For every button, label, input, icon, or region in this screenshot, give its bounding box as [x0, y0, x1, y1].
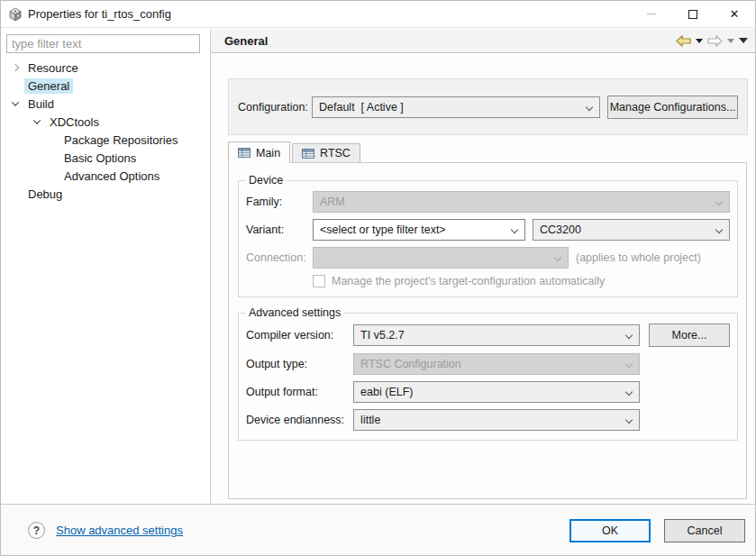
close-icon: ✕	[730, 8, 740, 20]
back-history-dropdown-icon[interactable]	[696, 39, 703, 43]
device-endianness-label: Device endianness:	[246, 414, 344, 426]
connection-note: (applies to whole project)	[576, 251, 701, 264]
tree-item-advanced-options[interactable]: Advanced Options	[1, 167, 210, 185]
device-endianness-value: little	[360, 414, 380, 426]
properties-dialog: Properties for ti_rtos_config ✕ Resource…	[0, 0, 756, 556]
configuration-section: Configuration: Default [ Active ] Manage…	[228, 78, 748, 135]
twisty-spacer	[6, 185, 24, 203]
tab-rtsc[interactable]: RTSC	[292, 143, 360, 163]
family-select: ARM	[313, 191, 730, 213]
connection-select	[313, 247, 569, 269]
tab-main[interactable]: Main	[228, 141, 290, 163]
filter-input[interactable]	[6, 34, 200, 53]
output-format-label: Output format:	[246, 386, 344, 398]
advanced-settings-legend: Advanced settings	[246, 306, 343, 319]
close-button[interactable]: ✕	[714, 1, 755, 27]
family-label: Family:	[246, 196, 304, 208]
minimize-button[interactable]	[631, 1, 672, 27]
output-format-value: eabi (ELF)	[360, 386, 413, 398]
help-glyph: ?	[33, 524, 40, 537]
page-title: General	[224, 34, 268, 48]
family-value: ARM	[320, 196, 345, 208]
tree-item-general[interactable]: General	[1, 77, 210, 95]
maximize-icon	[688, 10, 697, 19]
compiler-version-value: TI v5.2.7	[360, 329, 405, 342]
tree-item-debug[interactable]: Debug	[1, 185, 210, 203]
configuration-select[interactable]: Default [ Active ]	[312, 96, 600, 118]
device-endianness-select[interactable]: little	[353, 409, 640, 431]
chevron-down-icon	[625, 360, 633, 368]
variant-filter-combo[interactable]: <select or type filter text>	[313, 219, 525, 241]
output-type-select: RTSC Configuration	[353, 353, 640, 375]
chevron-down-icon	[715, 198, 723, 205]
back-arrow-icon[interactable]	[676, 35, 691, 47]
properties-tree: Resource General Build XDCtools Package …	[1, 59, 210, 203]
table-icon	[238, 148, 250, 158]
ok-button[interactable]: OK	[569, 519, 651, 542]
configuration-value: Default [ Active ]	[319, 101, 404, 114]
chevron-right-icon[interactable]	[6, 59, 24, 77]
help-icon[interactable]: ?	[28, 522, 45, 539]
chevron-down-icon[interactable]	[6, 95, 24, 113]
manage-configurations-button[interactable]: Manage Configurations...	[607, 96, 738, 119]
tree-item-label: Advanced Options	[60, 169, 163, 184]
variant-value: CC3200	[540, 223, 581, 236]
manage-target-config-label: Manage the project's target-configuratio…	[332, 275, 605, 287]
tree-item-build[interactable]: Build	[1, 95, 210, 113]
output-type-value: RTSC Configuration	[360, 358, 461, 370]
chevron-down-icon	[625, 332, 633, 339]
dialog-footer: ? Show advanced settings OK Cancel	[1, 504, 755, 556]
main-panel: General Configuration: Default [ Active …	[211, 29, 756, 504]
twisty-spacer	[6, 77, 24, 95]
sidebar: Resource General Build XDCtools Package …	[1, 29, 210, 504]
variant-device-select[interactable]: CC3200	[533, 219, 730, 241]
cancel-button[interactable]: Cancel	[664, 519, 745, 542]
table-icon	[302, 149, 314, 159]
tree-item-label: XDCtools	[46, 114, 103, 130]
tree-item-label: Build	[24, 96, 58, 112]
compiler-version-select[interactable]: TI v5.2.7	[353, 324, 640, 346]
tree-item-label: Package Repositories	[60, 132, 181, 148]
variant-label: Variant:	[246, 223, 304, 236]
page-header: General	[211, 29, 756, 53]
chevron-down-icon	[554, 254, 561, 261]
device-group-legend: Device	[246, 174, 286, 187]
show-advanced-settings-link[interactable]: Show advanced settings	[56, 524, 183, 537]
window-title: Properties for ti_rtos_config	[28, 7, 171, 21]
forward-arrow-icon[interactable]	[707, 35, 723, 47]
advanced-settings-group: Advanced settings Compiler version: TI v…	[238, 306, 738, 441]
chevron-down-icon	[625, 416, 633, 424]
tree-item-label: General	[24, 78, 73, 94]
twisty-spacer	[42, 167, 60, 185]
maximize-button[interactable]	[672, 1, 714, 27]
chevron-down-icon	[586, 103, 593, 110]
main-tab-content: Device Family: ARM Variant: <select or t…	[228, 162, 747, 499]
tab-label: RTSC	[320, 147, 351, 160]
connection-label: Connection:	[246, 251, 304, 264]
chevron-down-icon[interactable]	[28, 113, 46, 131]
more-button[interactable]: More...	[649, 324, 730, 347]
tree-item-label: Debug	[24, 187, 66, 202]
twisty-spacer	[42, 149, 60, 167]
tree-item-package-repositories[interactable]: Package Repositories	[1, 131, 210, 149]
device-group: Device Family: ARM Variant: <select or t…	[238, 174, 738, 297]
minimize-icon	[647, 14, 656, 14]
manage-target-config-checkbox	[313, 275, 325, 287]
tree-item-basic-options[interactable]: Basic Options	[1, 149, 210, 167]
output-format-select[interactable]: eabi (ELF)	[353, 381, 640, 403]
tree-item-resource[interactable]: Resource	[1, 59, 210, 77]
view-menu-icon[interactable]	[739, 38, 748, 43]
variant-filter-value: <select or type filter text>	[320, 223, 446, 236]
twisty-spacer	[42, 131, 60, 149]
chevron-down-icon	[715, 226, 723, 233]
output-type-label: Output type:	[246, 358, 344, 370]
title-bar: Properties for ti_rtos_config ✕	[1, 1, 755, 28]
tree-item-xdctools[interactable]: XDCtools	[1, 113, 210, 131]
forward-history-dropdown-icon[interactable]	[727, 39, 734, 43]
tree-item-label: Resource	[24, 60, 82, 76]
cube-app-icon	[8, 7, 23, 22]
configuration-label: Configuration:	[238, 101, 312, 114]
compiler-version-label: Compiler version:	[246, 329, 344, 342]
tab-strip: Main RTSC	[228, 141, 360, 163]
tree-item-label: Basic Options	[60, 150, 140, 166]
